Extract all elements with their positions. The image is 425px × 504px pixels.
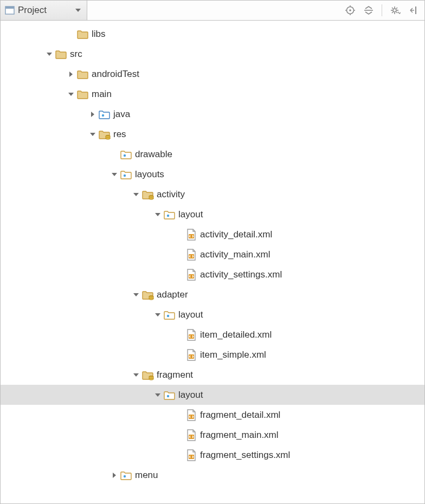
chevron-down-icon[interactable]: [44, 51, 55, 57]
chevron-down-icon[interactable]: [109, 171, 120, 178]
tree-row[interactable]: fragment_main.xml: [1, 425, 424, 445]
tree-row[interactable]: libs: [1, 24, 424, 44]
xml-icon: [185, 349, 198, 361]
tree-row[interactable]: fragment: [1, 365, 424, 385]
svg-point-41: [124, 475, 126, 477]
svg-point-24: [167, 214, 169, 216]
tree-row[interactable]: layout: [1, 305, 424, 325]
toolbar-separator: [382, 4, 382, 16]
chevron-down-icon[interactable]: [66, 91, 76, 98]
tree-row[interactable]: activity: [1, 184, 424, 204]
tree-node-label: activity: [157, 189, 185, 200]
xml-icon: [185, 269, 198, 281]
tree-node-label: menu: [135, 470, 158, 481]
xml-icon: [185, 449, 198, 461]
tree-row[interactable]: res: [1, 124, 424, 144]
indent-spacer: [1, 94, 66, 94]
tree-row[interactable]: androidTest: [1, 64, 424, 84]
tool-window-toolbar: [339, 1, 424, 20]
tree-row[interactable]: layouts: [1, 164, 424, 184]
tool-window-header: Project: [1, 1, 424, 21]
tree-node-label: libs: [92, 29, 106, 40]
tree-node-label: layout: [178, 309, 203, 320]
gear-icon[interactable]: [390, 5, 401, 16]
tree-node-label: activity_detail.xml: [200, 229, 272, 240]
indent-spacer: [1, 154, 109, 154]
tree-node-label: layout: [178, 390, 203, 400]
folder-dot-icon: [120, 470, 133, 481]
folder-icon: [76, 89, 89, 100]
folder-icon: [76, 69, 89, 80]
indent-spacer: [1, 34, 66, 34]
xml-icon: [185, 229, 198, 241]
chevron-down-icon[interactable]: [131, 372, 141, 378]
tree-row[interactable]: item_detailed.xml: [1, 325, 424, 345]
chevron-down-icon[interactable]: [152, 392, 163, 398]
xml-icon: [185, 409, 198, 421]
project-icon: [5, 5, 15, 15]
indent-spacer: [1, 114, 87, 114]
svg-point-3: [349, 9, 351, 11]
chevron-right-icon[interactable]: [87, 111, 98, 118]
tree-node-label: src: [70, 49, 82, 60]
indent-spacer: [1, 415, 174, 415]
project-tree[interactable]: libssrcandroidTestmainjavaresdrawablelay…: [1, 21, 424, 503]
tree-row[interactable]: menu: [1, 465, 424, 485]
svg-point-23: [149, 197, 153, 199]
folder-dot-icon: [163, 309, 176, 320]
indent-spacer: [1, 354, 174, 355]
tree-row[interactable]: adapter: [1, 285, 424, 305]
folder-dot-icon: [163, 390, 176, 400]
indent-spacer: [1, 54, 44, 54]
tree-row[interactable]: activity_main.xml: [1, 244, 424, 264]
project-view-selector[interactable]: Project: [1, 1, 87, 20]
xml-icon: [185, 329, 198, 341]
project-tool-window: Project: [0, 0, 425, 504]
locate-icon[interactable]: [345, 5, 356, 16]
tree-node-label: activity_settings.xml: [200, 269, 282, 280]
indent-spacer: [1, 194, 131, 195]
tree-row[interactable]: java: [1, 104, 424, 124]
xml-icon: [185, 429, 198, 441]
tree-row[interactable]: layout: [1, 204, 424, 224]
tree-row[interactable]: main: [1, 84, 424, 104]
indent-spacer: [1, 395, 152, 395]
tree-node-label: layout: [178, 209, 203, 220]
tree-row[interactable]: item_simple.xml: [1, 345, 424, 365]
indent-spacer: [1, 334, 174, 335]
chevron-down-icon[interactable]: [152, 211, 163, 218]
tree-node-label: main: [92, 89, 112, 100]
folder-dot-icon: [163, 209, 176, 220]
svg-line-11: [396, 12, 397, 13]
hide-panel-icon[interactable]: [408, 5, 419, 16]
tree-row[interactable]: layout: [1, 385, 424, 405]
collapse-all-icon[interactable]: [363, 5, 374, 16]
tree-row[interactable]: fragment_detail.xml: [1, 405, 424, 425]
tree-row[interactable]: drawable: [1, 144, 424, 164]
indent-spacer: [1, 435, 174, 435]
svg-line-13: [396, 8, 397, 9]
svg-point-18: [106, 137, 110, 139]
svg-line-12: [392, 12, 393, 13]
svg-line-10: [392, 8, 393, 9]
chevron-down-icon[interactable]: [131, 191, 141, 198]
tree-node-label: fragment_settings.xml: [200, 450, 290, 461]
tree-row[interactable]: activity_detail.xml: [1, 224, 424, 244]
chevron-down-icon[interactable]: [131, 292, 141, 298]
chevron-down-icon[interactable]: [152, 312, 163, 318]
tree-node-label: item_detailed.xml: [200, 329, 272, 340]
chevron-down-icon[interactable]: [87, 131, 98, 138]
tree-row[interactable]: src: [1, 44, 424, 64]
tree-row[interactable]: activity_settings.xml: [1, 264, 424, 285]
tree-node-label: java: [113, 109, 130, 120]
tree-node-label: item_simple.xml: [200, 350, 266, 360]
indent-spacer: [1, 214, 152, 215]
tree-node-label: layouts: [135, 169, 164, 180]
chevron-right-icon[interactable]: [109, 472, 120, 479]
tree-row[interactable]: fragment_settings.xml: [1, 445, 424, 465]
svg-point-37: [167, 395, 169, 397]
chevron-down-icon: [75, 7, 81, 14]
chevron-right-icon[interactable]: [66, 71, 76, 77]
tree-node-label: activity_main.xml: [200, 249, 270, 260]
folder-res-icon: [141, 189, 154, 200]
